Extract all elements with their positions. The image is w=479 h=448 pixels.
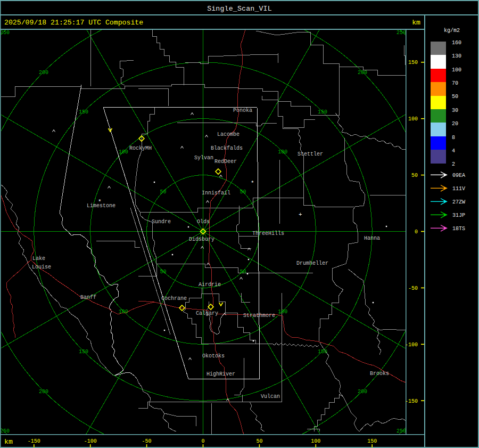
svg-text:Calgary: Calgary [196,311,218,316]
svg-text:27ZW: 27ZW [452,199,465,205]
svg-text:Blackfalds: Blackfalds [211,145,243,151]
svg-text:100: 100 [119,149,128,155]
svg-text:Okotoks: Okotoks [202,353,225,359]
svg-text:Ponoka: Ponoka [233,108,252,113]
svg-text:Stettler: Stettler [298,151,323,157]
svg-text:Brooks: Brooks [370,371,389,377]
svg-text:km: km [4,438,13,446]
svg-text:200: 200 [358,70,367,76]
svg-text:Cochrane: Cochrane [161,296,187,302]
svg-text:-50: -50 [142,438,152,444]
svg-text:50: 50 [452,94,458,100]
svg-text:09EA: 09EA [452,173,465,178]
svg-text:200: 200 [358,389,367,395]
svg-text:150: 150 [79,109,88,115]
svg-text:200: 200 [39,389,48,395]
svg-text:0: 0 [415,229,418,235]
svg-text:50: 50 [160,269,167,275]
svg-text:Didsbury: Didsbury [189,237,214,242]
svg-text:130: 130 [452,53,461,59]
svg-text:Olds: Olds [197,219,210,225]
svg-text:100: 100 [119,309,128,315]
svg-text:150: 150 [408,60,418,66]
svg-text:31JP: 31JP [452,213,465,218]
svg-text:100: 100 [452,67,461,73]
svg-text:30: 30 [452,108,458,113]
svg-text:150: 150 [318,349,327,355]
svg-text:150: 150 [367,438,377,444]
svg-text:150: 150 [79,349,88,355]
svg-text:Single_Scan_VIL: Single_Scan_VIL [207,5,272,13]
svg-text:50: 50 [160,189,167,195]
svg-text:20: 20 [452,121,458,127]
svg-text:4: 4 [452,148,455,154]
svg-text:Airdrie: Airdrie [199,282,221,288]
svg-text:0: 0 [201,438,204,444]
svg-text:+: + [299,211,302,218]
svg-text:ThreeHills: ThreeHills [252,231,284,237]
svg-text:*: * [251,180,254,186]
svg-text:8: 8 [452,135,455,141]
svg-text:100: 100 [408,116,418,122]
svg-text:250: 250 [0,30,10,36]
svg-text:Banff: Banff [80,295,96,300]
svg-text:Sylvan: Sylvan [194,155,213,161]
svg-text:-150: -150 [405,398,418,404]
svg-text:250: 250 [0,428,10,434]
svg-text:200: 200 [39,70,48,76]
svg-text:100: 100 [311,438,320,444]
svg-text:111V: 111V [452,186,465,192]
svg-text:Strathmore: Strathmore [243,313,275,319]
svg-text:*: * [98,199,102,205]
svg-text:18TS: 18TS [452,226,465,232]
svg-text:RockyMH: RockyMH [129,145,152,151]
svg-text:150: 150 [318,109,327,115]
svg-text:50: 50 [411,173,418,178]
svg-text:250: 250 [397,428,406,434]
svg-text:Hanna: Hanna [364,235,380,241]
svg-text:Sundre: Sundre [152,219,171,225]
svg-text:50: 50 [240,189,246,195]
svg-text:Louise: Louise [32,264,51,270]
svg-text:Lacombe: Lacombe [217,132,240,137]
svg-text:100: 100 [278,149,287,155]
svg-text:70: 70 [452,80,458,86]
svg-text:Vulcan: Vulcan [261,394,280,400]
svg-text:HighRiver: HighRiver [207,371,235,377]
svg-text:250: 250 [397,30,406,36]
svg-text:Innisfail: Innisfail [202,190,230,196]
svg-text:km: km [412,19,420,27]
svg-text:RedDeer: RedDeer [214,159,237,165]
svg-text:2: 2 [452,161,455,167]
svg-text:kg/m2: kg/m2 [444,28,460,34]
svg-text:160: 160 [452,40,461,46]
svg-text:Drumheller: Drumheller [296,260,328,266]
svg-text:-50: -50 [408,286,418,291]
svg-text:50: 50 [256,438,262,444]
svg-text:50: 50 [240,269,246,275]
svg-text:Lake: Lake [32,256,45,262]
svg-text:-100: -100 [84,438,97,444]
svg-text:2025/09/18 21:25:17 UTC Compos: 2025/09/18 21:25:17 UTC Composite [4,19,143,27]
svg-text:-100: -100 [405,342,418,348]
svg-text:-150: -150 [28,438,40,444]
svg-text:100: 100 [278,309,287,315]
